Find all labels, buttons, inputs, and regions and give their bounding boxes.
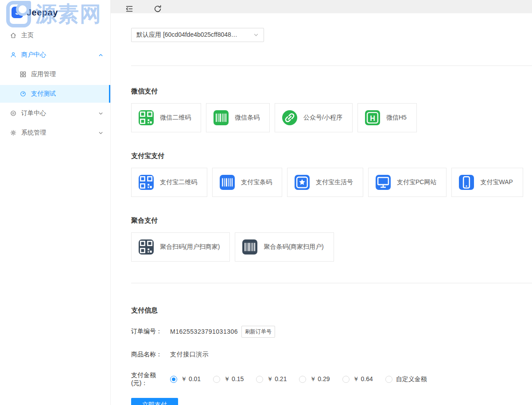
amount-radio-4[interactable]: ￥ 0.64 [342, 375, 373, 383]
order-number-row: 订单编号： M16255323791031306 刷新订单号 [131, 325, 532, 338]
apps-grid-icon [19, 71, 27, 78]
chevron-down-icon [98, 111, 103, 116]
radio-label: ￥ 0.29 [310, 375, 330, 383]
divider [131, 66, 532, 66]
app-select[interactable]: 默认应用 [60cd04fde4b025cff8048… [131, 28, 264, 42]
chevron-down-icon [253, 32, 259, 38]
sidebar-item-label: 系统管理 [21, 129, 46, 137]
radio-label: ￥ 0.01 [181, 375, 201, 383]
wechat-card-row: 微信二维码 微信条码 公众号/小程序 微信H5 [131, 103, 532, 132]
sidebar-item-label: 订单中心 [21, 109, 46, 117]
amount-radio-0[interactable]: ￥ 0.01 [170, 375, 201, 383]
radio-icon [385, 376, 392, 383]
sidebar-item-order-center[interactable]: 订单中心 [0, 104, 110, 122]
wap-icon [459, 175, 474, 190]
card-label: 微信条码 [235, 114, 260, 122]
order-number-label: 订单编号： [131, 328, 170, 336]
card-label: 支付宝条码 [241, 178, 272, 186]
radio-icon [342, 376, 349, 383]
pay-method-card-agg-qrcode[interactable]: 聚合扫码(用户扫商家) [131, 232, 230, 262]
sidebar-item-label: 商户中心 [21, 51, 46, 59]
chevron-down-icon [98, 131, 103, 135]
pay-now-button[interactable]: 立即支付 [131, 398, 178, 405]
menu-fold-icon[interactable] [125, 4, 134, 13]
sidebar-item-label: 主页 [21, 31, 34, 39]
barcode-icon [220, 175, 235, 190]
home-icon [10, 32, 17, 39]
pay-method-card-wechat-h5[interactable]: 微信H5 [357, 103, 417, 132]
card-label: 支付宝生活号 [316, 178, 353, 186]
section-title-alipay: 支付宝支付 [131, 151, 532, 161]
card-label: 微信二维码 [160, 114, 191, 122]
refresh-order-number-button[interactable]: 刷新订单号 [241, 326, 275, 338]
card-label: 公众号/小程序 [303, 114, 342, 122]
radio-icon [170, 376, 177, 383]
product-name-value: 支付接口演示 [170, 351, 209, 359]
pc-icon [376, 175, 391, 190]
card-label: 支付宝二维码 [160, 178, 197, 186]
barcode-icon [214, 110, 229, 125]
barcode-icon [242, 239, 257, 255]
card-label: 聚合条码(商家扫用户) [264, 243, 323, 251]
pay-test-icon [19, 90, 27, 97]
sidebar-item-home[interactable]: 主页 [0, 27, 110, 44]
logo-text: Jeepay [27, 8, 58, 18]
divider [131, 283, 532, 283]
app-select-value: 默认应用 [60cd04fde4b025cff8048… [136, 31, 253, 39]
pay-method-card-alipay-pc[interactable]: 支付宝PC网站 [368, 168, 447, 197]
pay-method-card-wechat-official[interactable]: 公众号/小程序 [275, 103, 353, 132]
pay-method-card-wechat-qrcode[interactable]: 微信二维码 [131, 103, 201, 132]
card-label: 微信H5 [386, 114, 407, 122]
product-name-label: 商品名称： [131, 351, 170, 359]
radio-icon [256, 376, 263, 383]
pay-method-card-alipay-wap[interactable]: 支付宝WAP [451, 168, 523, 197]
card-label: 聚合扫码(用户扫商家) [160, 243, 220, 251]
section-title-aggregate: 聚合支付 [131, 216, 532, 225]
sidebar-item-label: 支付测试 [31, 90, 56, 98]
sidebar-item-label: 应用管理 [31, 70, 56, 78]
qrcode-icon [139, 175, 154, 190]
sidebar-item-merchant-center[interactable]: 商户中心 [0, 46, 110, 64]
product-name-row: 商品名称： 支付接口演示 [131, 348, 532, 361]
amount-row: 支付金额(元)： ￥ 0.01 ￥ 0.15 ￥ 0.21 ￥ 0.29 [131, 371, 532, 387]
merchant-user-icon [10, 51, 17, 58]
pay-method-card-alipay-barcode[interactable]: 支付宝条码 [212, 168, 282, 197]
sidebar-item-app-management[interactable]: 应用管理 [0, 66, 110, 83]
reload-icon[interactable] [153, 4, 162, 13]
amount-radio-2[interactable]: ￥ 0.21 [256, 375, 287, 383]
card-label: 支付宝WAP [480, 178, 513, 186]
payment-info-title: 支付信息 [131, 306, 532, 315]
top-header [111, 0, 532, 13]
radio-label: 自定义金额 [396, 375, 427, 383]
gear-icon [10, 129, 17, 136]
aggregate-card-row: 聚合扫码(用户扫商家) 聚合条码(商家扫用户) [131, 232, 532, 262]
radio-icon [213, 376, 220, 383]
amount-radio-3[interactable]: ￥ 0.29 [299, 375, 330, 383]
radio-icon [299, 376, 306, 383]
app-logo[interactable]: J Jeepay [0, 0, 110, 25]
radio-label: ￥ 0.64 [353, 375, 373, 383]
sidebar-menu: 主页 商户中心 应用管理 支付测试 订单中心 系统管理 [0, 27, 110, 142]
pay-method-card-wechat-barcode[interactable]: 微信条码 [206, 103, 270, 132]
link-icon [282, 110, 297, 125]
qrcode-icon [139, 239, 154, 255]
qrcode-icon [139, 110, 154, 125]
amount-radio-custom[interactable]: 自定义金额 [385, 375, 427, 383]
pay-method-card-alipay-qrcode[interactable]: 支付宝二维码 [131, 168, 207, 197]
sidebar-item-pay-test[interactable]: 支付测试 [0, 85, 110, 103]
pay-method-card-alipay-life[interactable]: 支付宝生活号 [287, 168, 363, 197]
h5-icon [365, 110, 380, 125]
card-label: 支付宝PC网站 [397, 178, 436, 186]
pay-method-card-agg-barcode[interactable]: 聚合条码(商家扫用户) [235, 232, 334, 262]
amount-radio-group: ￥ 0.01 ￥ 0.15 ￥ 0.21 ￥ 0.29 ￥ 0.64 [170, 375, 427, 383]
jeepay-logo-icon: J [12, 7, 23, 18]
section-title-wechat: 微信支付 [131, 86, 532, 96]
amount-radio-1[interactable]: ￥ 0.15 [213, 375, 244, 383]
radio-label: ￥ 0.15 [224, 375, 244, 383]
sidebar-item-system-management[interactable]: 系统管理 [0, 124, 110, 142]
content-panel: 默认应用 [60cd04fde4b025cff8048… 微信支付 微信二维码 … [111, 13, 532, 405]
main-area: 默认应用 [60cd04fde4b025cff8048… 微信支付 微信二维码 … [111, 0, 532, 405]
life-icon [295, 175, 310, 190]
alipay-card-row: 支付宝二维码 支付宝条码 支付宝生活号 支付宝PC网站 支付宝WAP [131, 168, 532, 197]
amount-label: 支付金额(元)： [131, 371, 170, 387]
